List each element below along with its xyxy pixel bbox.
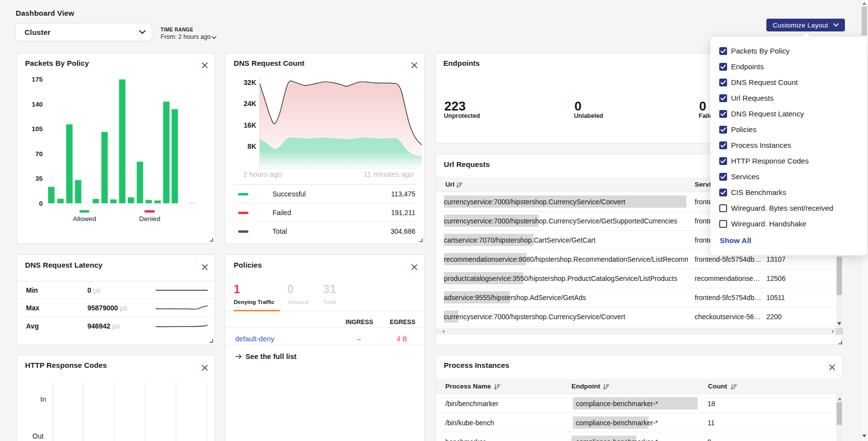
svg-text:Denied: Denied: [139, 215, 161, 222]
svg-text:8K: 8K: [247, 142, 256, 150]
svg-text:70: 70: [35, 150, 43, 158]
svg-text:32K: 32K: [244, 79, 256, 86]
svg-text:140: 140: [31, 101, 43, 108]
svg-text:105: 105: [31, 125, 43, 133]
svg-text:24K: 24K: [244, 100, 256, 108]
svg-text:Allowed: Allowed: [73, 215, 96, 222]
svg-text:175: 175: [31, 76, 43, 83]
svg-text:35: 35: [35, 175, 43, 182]
svg-text:16K: 16K: [244, 121, 256, 129]
svg-text:2 hours ago: 2 hours ago: [243, 170, 282, 178]
svg-text:0: 0: [39, 200, 43, 207]
svg-text:11 minutes ago: 11 minutes ago: [364, 170, 413, 178]
